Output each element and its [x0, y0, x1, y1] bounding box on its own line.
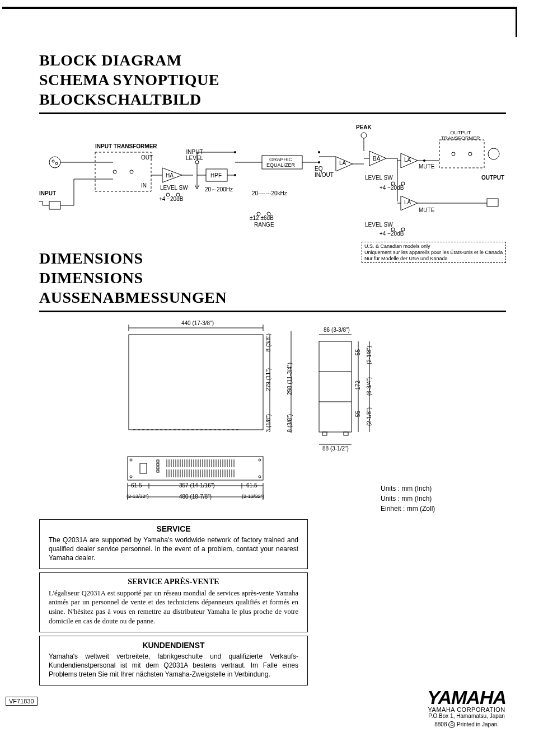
dim-w61ai: (2-13/32") [127, 494, 149, 499]
label-mute1: MUTE [419, 163, 434, 170]
heading-line: BLOCKSCHALTBILD [39, 90, 506, 109]
recycle-icon: ♺ [448, 721, 455, 728]
block-diagram-heading: BLOCK DIAGRAM SCHEMA SYNOPTIQUE BLOCKSCH… [39, 50, 506, 109]
print-code: 8808 [434, 721, 447, 727]
service-section: SERVICE The Q2031A are supported by Yama… [39, 519, 308, 685]
svg-point-9 [113, 170, 116, 173]
heading-line: DIMENSIONS [39, 268, 506, 288]
label-input-level: INPUT LEVEL [186, 149, 203, 161]
svg-rect-39 [439, 140, 484, 168]
service-box-de: KUNDENDIENST Yamaha's weltweit verbreite… [39, 636, 308, 685]
dimensions-svg [39, 318, 506, 508]
dim-h55b: 55 [355, 411, 361, 417]
label-level-sw3: LEVEL SW [365, 222, 393, 228]
dim-h8b: 8 (3/8") [287, 414, 293, 432]
yamaha-logo: YAMAHA [427, 689, 506, 706]
right-border [516, 7, 517, 37]
dim-h8: 8 (3/8") [265, 334, 271, 351]
svg-point-100 [259, 459, 261, 461]
dim-w86: 86 (3-3/8") [324, 327, 350, 333]
label-output: OUTPUT [481, 175, 504, 181]
svg-rect-168 [157, 470, 159, 472]
svg-point-20 [234, 174, 236, 176]
dim-h298: 298 (11-3/4") [287, 363, 293, 395]
label-hpf: HPF [210, 172, 222, 179]
dim-w88: 88 (3-1/2") [322, 445, 349, 452]
service-body: L'égaliseur Q2031A est supporté par un r… [49, 589, 298, 627]
yamaha-block: YAMAHA YAMAHA CORPORATION P.O.Box 1, Ham… [427, 689, 506, 728]
dimensions-drawings: 440 (17-3/8") 8 (3/8") 279 (11") 298 (11… [39, 318, 506, 508]
service-title: SERVICE APRÈS-VENTE [49, 577, 298, 586]
dim-w440: 440 (17-3/8") [181, 320, 214, 326]
svg-point-32 [361, 133, 367, 138]
units-line: Units : mm (Inch) [381, 494, 435, 504]
svg-rect-166 [157, 463, 159, 466]
label-geq: GRAPHIC EQUALIZER [266, 157, 295, 168]
label-geq-range: 20-------20kHz [252, 190, 287, 196]
dim-h55a: 55 [355, 349, 361, 355]
dim-h3: 3 (1/8") [265, 414, 271, 432]
service-body: Yamaha's weltweit verbreitete, fabrikges… [49, 652, 298, 679]
dim-w480: 480 (18-7/8") [179, 494, 212, 500]
label-eq-inout: EQ IN/OUT [315, 166, 334, 178]
doc-code: VF71830 [6, 697, 38, 706]
yamaha-corp: YAMAHA CORPORATION [427, 706, 506, 713]
label-geq-db: ±12 ±6dB [250, 215, 274, 221]
svg-point-41 [469, 152, 472, 156]
label-la1: LA [339, 160, 346, 166]
block-diagram: INPUT INPUT TRANSFORMER OUT IN HA INPUT … [39, 123, 506, 246]
svg-rect-90 [322, 432, 327, 435]
svg-point-27 [318, 161, 320, 163]
dim-w61a: 61.5 [131, 482, 142, 489]
dim-h172i: (6-3/4") [366, 377, 372, 396]
heading-line: SCHEMA SYNOPTIQUE [39, 70, 506, 90]
svg-point-98 [130, 459, 132, 461]
dim-h172: 172 [355, 381, 361, 390]
svg-point-2 [55, 162, 58, 165]
dim-h279: 279 (11") [265, 368, 271, 391]
dim-w61b: 61.5 [246, 482, 257, 489]
content: BLOCK DIAGRAM SCHEMA SYNOPTIQUE BLOCKSCH… [39, 50, 506, 734]
label-la3: LA [404, 199, 411, 205]
svg-point-99 [130, 476, 132, 478]
page: BLOCK DIAGRAM SCHEMA SYNOPTIQUE BLOCKSCH… [0, 0, 534, 756]
service-box-en: SERVICE The Q2031A are supported by Yama… [39, 519, 308, 569]
service-body: The Q2031A are supported by Yamaha's wor… [49, 536, 298, 563]
label-output-transformer: OUTPUT TRANSFORMER [441, 130, 480, 141]
svg-rect-46 [487, 199, 498, 206]
print-text: Printed in Japan. [457, 721, 499, 727]
svg-rect-56 [129, 335, 263, 430]
svg-rect-165 [157, 460, 159, 462]
dim-h55bi: (2-1/8") [366, 407, 372, 426]
rule [39, 112, 506, 114]
label-level-sw2: LEVEL SW [365, 175, 393, 181]
label-la2: LA [404, 157, 411, 163]
label-level-sw-vals: +4 −20dB [159, 196, 183, 202]
svg-point-28 [318, 151, 320, 153]
service-box-fr: SERVICE APRÈS-VENTE L'égaliseur Q2031A e… [39, 572, 308, 633]
svg-rect-86 [319, 341, 352, 432]
svg-point-43 [488, 148, 499, 159]
units-line: Units : mm (Inch) [381, 483, 435, 494]
dim-h55ai: (2-1/8") [366, 346, 372, 364]
heading-line: AUSSENABMESSUNGEN [39, 288, 506, 307]
rule [39, 311, 506, 312]
svg-rect-102 [140, 463, 147, 473]
svg-rect-3 [49, 201, 60, 209]
service-title: SERVICE [49, 524, 298, 533]
yamaha-addr: P.O.Box 1, Hamamatsu, Japan [427, 713, 506, 719]
note-line: Uniquement sur les appareils pour les Ét… [364, 250, 503, 256]
note-line: U.S. & Canadian models only [364, 243, 503, 250]
units-line: Einheit : mm (Zoll) [381, 504, 435, 514]
heading-line: BLOCK DIAGRAM [39, 50, 506, 70]
label-in: IN [141, 182, 147, 189]
dim-w61bi: (2-13/32") [242, 494, 264, 499]
svg-point-0 [49, 157, 60, 168]
svg-point-40 [452, 152, 455, 156]
svg-rect-91 [344, 432, 348, 435]
diagram-svg [39, 123, 506, 246]
label-level-sw: LEVEL SW [160, 185, 188, 191]
label-peak: PEAK [356, 124, 372, 130]
yamaha-print: 8808 ♺ Printed in Japan. [427, 721, 506, 728]
label-ha: HA [166, 172, 174, 179]
